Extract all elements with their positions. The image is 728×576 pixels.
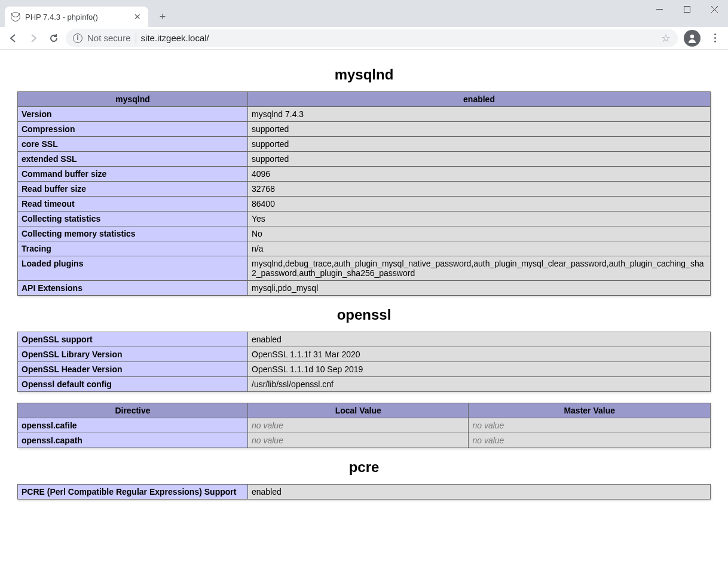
- master-value: no value: [469, 418, 711, 433]
- directive-value: mysqli,pdo_mysql: [248, 281, 711, 296]
- section-heading-pcre: pcre: [17, 459, 711, 476]
- directive-value: Yes: [248, 212, 711, 226]
- section-heading-mysqlnd: mysqlnd: [17, 66, 711, 83]
- directive-value: OpenSSL 1.1.1d 10 Sep 2019: [248, 362, 711, 377]
- directive-value: enabled: [248, 485, 711, 500]
- table-row: Command buffer size4096: [18, 167, 711, 182]
- table-row: OpenSSL Header VersionOpenSSL 1.1.1d 10 …: [18, 362, 711, 377]
- table-row: openssl.cafileno valueno value: [18, 418, 711, 433]
- table-row: Collecting memory statisticsNo: [18, 226, 711, 241]
- directive-name: extended SSL: [18, 152, 248, 167]
- table-row: API Extensionsmysqli,pdo_mysql: [18, 281, 711, 296]
- back-button[interactable]: [5, 30, 22, 47]
- separator: [136, 33, 136, 43]
- table-row: core SSLsupported: [18, 137, 711, 152]
- table-header: Directive: [18, 403, 248, 418]
- table-header: mysqlnd: [18, 92, 248, 107]
- profile-avatar[interactable]: [684, 30, 701, 47]
- table-header: Master Value: [469, 403, 711, 418]
- directive-value: OpenSSL 1.1.1f 31 Mar 2020: [248, 347, 711, 362]
- openssl-directives-table: Directive Local Value Master Value opens…: [17, 403, 711, 448]
- table-header-row: mysqlnd enabled: [18, 92, 711, 107]
- directive-name: OpenSSL Library Version: [18, 347, 248, 362]
- window-close-button[interactable]: [701, 0, 728, 18]
- table-row: Openssl default config/usr/lib/ssl/opens…: [18, 377, 711, 392]
- directive-value: 32768: [248, 182, 711, 197]
- table-row: extended SSLsupported: [18, 152, 711, 167]
- browser-title-bar: PHP 7.4.3 - phpinfo() ✕ +: [0, 0, 728, 27]
- table-header-row: Directive Local Value Master Value: [18, 403, 711, 418]
- directive-name: PCRE (Perl Compatible Regular Expression…: [18, 485, 248, 500]
- directive-value: 86400: [248, 197, 711, 212]
- browser-tab[interactable]: PHP 7.4.3 - phpinfo() ✕: [5, 7, 148, 27]
- table-header: Local Value: [248, 403, 469, 418]
- mysqlnd-table: mysqlnd enabled Versionmysqlnd 7.4.3Comp…: [17, 91, 711, 296]
- directive-value: supported: [248, 137, 711, 152]
- table-row: Versionmysqlnd 7.4.3: [18, 107, 711, 122]
- reload-button[interactable]: [45, 30, 62, 47]
- globe-icon: [11, 12, 20, 22]
- section-heading-openssl: openssl: [17, 307, 711, 323]
- directive-value: No: [248, 226, 711, 241]
- bookmark-star-icon[interactable]: ☆: [661, 32, 671, 45]
- directive-name: API Extensions: [18, 281, 248, 296]
- security-status: Not secure: [87, 33, 131, 43]
- directive-name: Openssl default config: [18, 377, 248, 392]
- directive-name: Compression: [18, 122, 248, 137]
- directive-value: supported: [248, 152, 711, 167]
- table-row: OpenSSL Library VersionOpenSSL 1.1.1f 31…: [18, 347, 711, 362]
- master-value: no value: [469, 433, 711, 448]
- directive-name: Version: [18, 107, 248, 122]
- directive-value: mysqlnd 7.4.3: [248, 107, 711, 122]
- browser-toolbar: i Not secure site.itzgeek.local/ ☆: [0, 27, 728, 50]
- directive-name: openssl.cafile: [18, 418, 248, 433]
- pcre-table: PCRE (Perl Compatible Regular Expression…: [17, 484, 711, 500]
- directive-name: OpenSSL Header Version: [18, 362, 248, 377]
- new-tab-button[interactable]: +: [154, 8, 171, 25]
- directive-name: Collecting statistics: [18, 212, 248, 226]
- directive-name: Command buffer size: [18, 167, 248, 182]
- svg-point-4: [690, 34, 694, 38]
- table-row: Collecting statisticsYes: [18, 212, 711, 226]
- table-row: Read buffer size32768: [18, 182, 711, 197]
- forward-button[interactable]: [25, 30, 42, 47]
- table-row: PCRE (Perl Compatible Regular Expression…: [18, 485, 711, 500]
- table-row: Loaded pluginsmysqlnd,debug_trace,auth_p…: [18, 256, 711, 281]
- table-row: Read timeout86400: [18, 197, 711, 212]
- url-text: site.itzgeek.local/: [141, 33, 209, 43]
- table-row: Compressionsupported: [18, 122, 711, 137]
- svg-rect-1: [684, 6, 690, 12]
- directive-name: Read timeout: [18, 197, 248, 212]
- directive-value: 4096: [248, 167, 711, 182]
- info-icon[interactable]: i: [73, 33, 82, 43]
- window-maximize-button[interactable]: [673, 0, 701, 18]
- directive-name: core SSL: [18, 137, 248, 152]
- directive-name: Collecting memory statistics: [18, 226, 248, 241]
- address-bar[interactable]: i Not secure site.itzgeek.local/ ☆: [66, 29, 678, 47]
- window-controls: [646, 0, 728, 18]
- table-row: Tracingn/a: [18, 241, 711, 256]
- directive-name: Loaded plugins: [18, 256, 248, 281]
- tab-title: PHP 7.4.3 - phpinfo(): [25, 13, 98, 22]
- local-value: no value: [248, 433, 469, 448]
- window-minimize-button[interactable]: [646, 0, 673, 18]
- phpinfo-content: mysqlnd mysqlnd enabled Versionmysqlnd 7…: [17, 50, 711, 522]
- directive-value: enabled: [248, 332, 711, 347]
- openssl-table: OpenSSL supportenabledOpenSSL Library Ve…: [17, 332, 711, 392]
- directive-name: Tracing: [18, 241, 248, 256]
- local-value: no value: [248, 418, 469, 433]
- tab-close-icon[interactable]: ✕: [133, 12, 142, 22]
- directive-name: openssl.capath: [18, 433, 248, 448]
- table-header: enabled: [248, 92, 711, 107]
- directive-name: Read buffer size: [18, 182, 248, 197]
- page-viewport[interactable]: mysqlnd mysqlnd enabled Versionmysqlnd 7…: [0, 50, 728, 576]
- table-row: OpenSSL supportenabled: [18, 332, 711, 347]
- browser-menu-button[interactable]: [706, 33, 723, 42]
- directive-value: supported: [248, 122, 711, 137]
- directive-value: /usr/lib/ssl/openssl.cnf: [248, 377, 711, 392]
- table-row: openssl.capathno valueno value: [18, 433, 711, 448]
- directive-value: mysqlnd,debug_trace,auth_plugin_mysql_na…: [248, 256, 711, 281]
- directive-value: n/a: [248, 241, 711, 256]
- directive-name: OpenSSL support: [18, 332, 248, 347]
